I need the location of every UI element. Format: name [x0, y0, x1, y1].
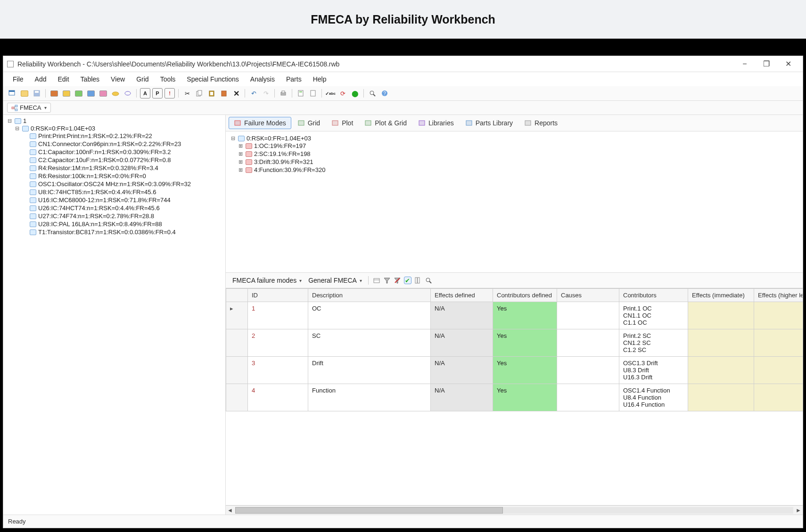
sheet-icon[interactable] [308, 88, 318, 98]
module-dropdown[interactable]: FMECA ▾ [7, 103, 51, 113]
tree-component-item[interactable]: R4:Resistor:1M:n=1:RSK=0:0.328%:FR=3.4 [21, 164, 222, 172]
cell-contributors[interactable]: OSC1.3 DriftU8.3 DriftU16.3 Drift [619, 357, 688, 384]
tree-component-item[interactable]: T1:Transistor:BC817:n=1:RSK=0:0.0386%:FR… [21, 228, 222, 236]
menu-help[interactable]: Help [308, 74, 331, 84]
collapse-icon[interactable]: ⊟ [230, 135, 236, 141]
cell-effects-immediate[interactable] [688, 357, 754, 384]
cell-effects-defined[interactable]: N/A [431, 302, 493, 329]
menu-analysis[interactable]: Analysis [246, 74, 280, 84]
row-selector[interactable] [226, 357, 248, 384]
cell-effects-defined[interactable]: N/A [431, 329, 493, 357]
clear-filter-icon[interactable] [394, 277, 401, 284]
tree-component-item[interactable]: Print:Print:Print:n=1:RSK=0:2.12%:FR=22 [21, 132, 222, 140]
grid-mode-dropdown[interactable]: General FMECA ▾ [306, 276, 364, 285]
row-selector[interactable]: ▸ [226, 302, 248, 329]
cell-id[interactable]: 3 [248, 357, 308, 384]
col-effects-immediate[interactable]: Effects (immediate) [688, 289, 754, 302]
cell-description[interactable]: SC [308, 329, 431, 357]
scroll-left-icon[interactable]: ◄ [226, 507, 234, 514]
tree-component-item[interactable]: OSC1:Oscillator:OSC24 MHz:n=1:RSK=0:3.09… [21, 180, 222, 188]
delete-icon[interactable]: ✕ [231, 88, 241, 98]
font-a-icon[interactable]: A [140, 88, 150, 98]
report-icon[interactable] [296, 88, 306, 98]
cell-id[interactable]: 4 [248, 384, 308, 411]
cell-effects-higher[interactable] [754, 329, 803, 357]
menu-edit[interactable]: Edit [53, 74, 74, 84]
grid-edit-icon[interactable] [373, 277, 380, 284]
folder5-icon[interactable] [98, 88, 108, 98]
font-p-icon[interactable]: P [152, 88, 163, 98]
col-description[interactable]: Description [308, 289, 431, 302]
grid-horizontal-scrollbar[interactable]: ◄ ► [226, 505, 803, 515]
cell-effects-higher[interactable] [754, 384, 803, 411]
fm-tree-item[interactable]: ⊞4:Function:30.9%:FR=320 [237, 166, 799, 174]
collapse-icon[interactable]: ⊟ [6, 118, 13, 124]
view-tab-parts-library[interactable]: Parts Library [460, 117, 518, 129]
folder2-icon[interactable] [61, 88, 72, 98]
fm-tree-item[interactable]: ⊞1:OC:19%:FR=197 [237, 142, 799, 150]
tree-component-item[interactable]: C1:Capacitor:100nF:n=1:RSK=0:0.309%:FR=3… [21, 148, 222, 156]
cell-effects-immediate[interactable] [688, 384, 754, 411]
cell-description[interactable]: OC [308, 302, 431, 329]
project-tree-panel[interactable]: ⊟1 ⊟0:RSK=0:FR=1.04E+03 Print:Print:Prin… [3, 115, 226, 515]
oval-icon[interactable] [123, 88, 133, 98]
menu-parts[interactable]: Parts [281, 74, 306, 84]
cell-contributors[interactable]: OSC1.4 FunctionU8.4 FunctionU16.4 Functi… [619, 384, 688, 411]
tree-component-item[interactable]: C2:Capacitor:10uF:n=1:RSK=0:0.0772%:FR=0… [21, 156, 222, 164]
col-causes[interactable]: Causes [557, 289, 619, 302]
minimize-button[interactable]: − [734, 57, 756, 71]
help-icon[interactable]: ? [379, 88, 390, 98]
cell-contributors-defined[interactable]: Yes [493, 329, 557, 357]
view-tab-plot-grid[interactable]: Plot & Grid [359, 117, 412, 129]
tree-component-item[interactable]: U28:IC:PAL 16L8A:n=1:RSK=0:8.49%:FR=88 [21, 220, 222, 228]
row-selector[interactable] [226, 384, 248, 411]
cell-contributors-defined[interactable]: Yes [493, 302, 557, 329]
check-toggle-icon[interactable]: ✔ [404, 277, 411, 284]
refresh-icon[interactable]: ⟳ [337, 88, 348, 98]
cell-contributors-defined[interactable]: Yes [493, 357, 557, 384]
cell-causes[interactable] [557, 329, 619, 357]
paste-special-icon[interactable] [219, 88, 229, 98]
find-icon[interactable] [367, 88, 378, 98]
folder3-icon[interactable] [74, 88, 84, 98]
view-tab-failure-modes[interactable]: Failure Modes [229, 117, 291, 129]
row-selector[interactable] [226, 329, 248, 357]
menu-view[interactable]: View [106, 74, 130, 84]
cell-causes[interactable] [557, 302, 619, 329]
run-icon[interactable]: ⬤ [350, 88, 360, 98]
fm-tree-root[interactable]: ⊟0:RSK=0:FR=1.04E+03 ⊞1:OC:19%:FR=197⊞2:… [230, 134, 799, 174]
spellcheck-icon[interactable]: ✓abc [325, 88, 336, 98]
menu-special-functions[interactable]: Special Functions [182, 74, 244, 84]
scroll-right-icon[interactable]: ► [794, 507, 803, 514]
cell-effects-higher[interactable] [754, 302, 803, 329]
undo-icon[interactable]: ↶ [248, 88, 259, 98]
close-button[interactable]: ✕ [777, 57, 799, 71]
tree-component-item[interactable]: U8:IC:74HCT85:n=1:RSK=0:4.4%:FR=45.6 [21, 188, 222, 196]
menu-grid[interactable]: Grid [132, 74, 153, 84]
open-icon[interactable] [19, 88, 30, 98]
tree-component-item[interactable]: U26:IC:74HCT74:n=1:RSK=0:4.4%:FR=45.6 [21, 204, 222, 212]
font-i-icon[interactable]: ! [164, 88, 175, 98]
expand-icon[interactable]: ⊞ [237, 159, 244, 165]
cell-effects-higher[interactable] [754, 357, 803, 384]
cell-description[interactable]: Drift [308, 357, 431, 384]
tree-component-item[interactable]: R6:Resistor:100k:n=1:RSK=0:0%:FR=0 [21, 172, 222, 180]
view-tab-grid[interactable]: Grid [292, 117, 325, 129]
menu-add[interactable]: Add [30, 74, 51, 84]
expand-icon[interactable]: ⊞ [237, 143, 244, 149]
copy-icon[interactable] [194, 88, 205, 98]
failure-modes-tree[interactable]: ⊟0:RSK=0:FR=1.04E+03 ⊞1:OC:19%:FR=197⊞2:… [226, 131, 803, 273]
grid-row[interactable]: 4FunctionN/AYesOSC1.4 FunctionU8.4 Funct… [226, 384, 803, 411]
col-id[interactable]: ID [248, 289, 308, 302]
fm-tree-item[interactable]: ⊞2:SC:19.1%:FR=198 [237, 150, 799, 158]
cell-description[interactable]: Function [308, 384, 431, 411]
expand-icon[interactable]: ⊞ [237, 151, 244, 157]
redo-icon[interactable]: ↷ [261, 88, 271, 98]
folder4-icon[interactable] [86, 88, 96, 98]
cell-id[interactable]: 2 [248, 329, 308, 357]
grid-row[interactable]: ▸1OCN/AYesPrint.1 OCCN1.1 OCC1.1 OC [226, 302, 803, 329]
fm-tree-item[interactable]: ⊞3:Drift:30.9%:FR=321 [237, 158, 799, 166]
cell-effects-defined[interactable]: N/A [431, 384, 493, 411]
print-icon[interactable] [278, 88, 288, 98]
save-icon[interactable] [32, 88, 42, 98]
